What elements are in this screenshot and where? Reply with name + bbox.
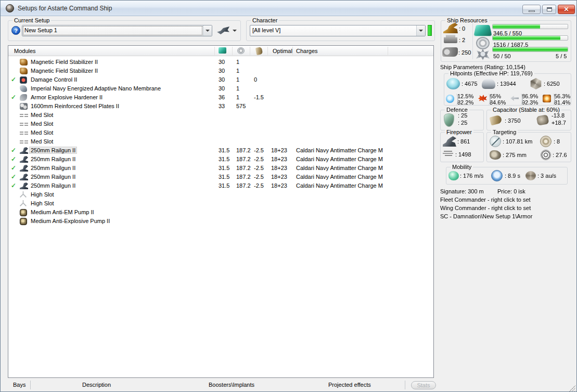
module-row[interactable]: 1600mm Reinforced Steel Plates II 33 575 <box>8 102 433 111</box>
maximize-icon <box>547 7 552 11</box>
module-row[interactable]: ✓ Damage Control II 30 1 0 <box>8 75 433 84</box>
module-optimal-value: 18+23 <box>271 156 287 162</box>
charges-column-header[interactable]: Charges <box>296 48 318 54</box>
divider <box>405 381 405 389</box>
tab-projected-effects[interactable]: Projected effects <box>328 382 371 388</box>
divider <box>214 47 215 55</box>
fleet-commander-text[interactable]: Fleet Commander - right click to set <box>440 197 531 203</box>
capacitor-column-icon[interactable] <box>255 47 263 55</box>
module-row[interactable]: Med Slot <box>8 120 433 128</box>
module-row[interactable]: ✓ 250mm Railgun II 31.5 187.2 -2.5 18+23… <box>8 173 433 181</box>
module-cpu-value: 30 <box>219 76 225 83</box>
module-icon <box>20 147 28 154</box>
scan-resolution-value: : 275 mm <box>503 152 527 158</box>
module-row[interactable]: ✓ Armor Explosive Hardener II 36 1 -1.5 <box>8 93 433 102</box>
powergrid-bar <box>492 35 568 41</box>
modules-column-header[interactable]: Modules <box>14 48 36 54</box>
module-icon <box>20 103 28 110</box>
capacitor-icon <box>489 114 502 125</box>
targeting-range-icon <box>490 136 501 147</box>
character-combobox[interactable]: [All level V] <box>250 25 426 36</box>
resist-values: 86.9%92.3% <box>522 93 538 106</box>
modules-table-header[interactable]: Modules Optimal Charges <box>8 46 433 56</box>
powergrid-column-icon[interactable] <box>237 47 245 54</box>
resist-values: 12.5%82.2% <box>457 93 473 106</box>
module-row[interactable]: ✓ 250mm Railgun II 31.5 187.2 -2.5 18+23… <box>8 164 433 173</box>
module-row[interactable]: Med Slot <box>8 137 433 146</box>
targeting-label: Targeting <box>491 129 518 135</box>
active-check-icon: ✓ <box>11 147 18 154</box>
module-charges-value: Caldari Navy Antimatter Charge M <box>296 174 383 180</box>
ship-parameters-title: Ship Parameters (Rating: 10,154) <box>440 64 525 70</box>
help-icon[interactable]: ? <box>11 26 20 35</box>
module-row[interactable]: ✓ 250mm Railgun II 31.5 187.2 -2.5 18+23… <box>8 155 433 164</box>
wing-commander-text[interactable]: Wing Commander - right click to set <box>440 205 531 211</box>
cpu-column-icon[interactable] <box>219 47 226 54</box>
close-button[interactable]: ✕ <box>558 5 575 14</box>
module-row[interactable]: Medium Anti-Explosive Pump II <box>8 217 433 226</box>
module-row[interactable]: Med Slot <box>8 128 433 137</box>
module-row[interactable]: Magnetic Field Stabilizer II 30 1 <box>8 67 433 75</box>
resize-grip[interactable] <box>569 385 575 391</box>
module-icon <box>20 156 28 163</box>
price-text: Price: 0 isk <box>497 188 525 194</box>
tab-bays[interactable]: Bays <box>13 382 25 388</box>
setup-tools-icon[interactable] <box>217 27 229 34</box>
active-check-icon: ✓ <box>11 182 18 189</box>
module-row[interactable]: ✓ 250mm Railgun II 31.5 187.2 -2.5 18+23… <box>8 181 433 190</box>
targeting-range-value: : 107.81 km <box>503 138 532 145</box>
character-label: Character <box>251 17 279 23</box>
module-row[interactable]: Imperial Navy Energized Adaptive Nano Me… <box>8 84 433 93</box>
resist-cell: 65%84.6% <box>478 93 510 106</box>
module-row[interactable]: Magnetic Field Stabilizer II 30 1 <box>8 58 433 67</box>
calibration-value: : 250 <box>458 49 471 56</box>
module-cap-value: -2.5 <box>254 165 264 171</box>
maximize-button[interactable] <box>542 5 556 14</box>
module-name: High Slot <box>30 191 55 198</box>
module-row[interactable]: Medium Anti-EM Pump II <box>8 208 433 217</box>
capacitor-capacity-value: : 3750 <box>505 117 521 124</box>
launcher-slots-value: : 2 <box>459 37 465 43</box>
setup-combobox[interactable]: New Setup 1 <box>22 25 212 36</box>
bottom-bar: Bays Description Boosters\Implants Proje… <box>1 379 576 392</box>
setup-tools-dropdown-icon[interactable] <box>233 30 237 32</box>
module-row[interactable]: High Slot <box>8 190 433 199</box>
chevron-down-icon <box>419 30 423 32</box>
app-icon <box>6 4 14 12</box>
capacitor-peak-minus: -13.8 <box>552 113 565 119</box>
character-combobox-value: [All level V] <box>250 25 416 36</box>
module-charges-value: Caldari Navy Antimatter Charge M <box>296 156 383 162</box>
resist-damage-type-icon <box>510 95 519 102</box>
armor-hp-value: : 13944 <box>497 81 516 87</box>
current-setup-label: Current Setup <box>12 17 51 23</box>
module-cap-value: 0 <box>254 76 257 83</box>
character-combobox-arrow[interactable] <box>416 25 425 36</box>
module-row[interactable]: ✓ 250mm Railgun II 31.5 187.2 -2.5 18+23… <box>8 146 433 155</box>
hitpoints-label: Hitpoints (Effective HP: 119,769) <box>448 70 534 76</box>
title-bar[interactable]: Setups for Astarte Command Ship ✕ <box>1 1 576 16</box>
tab-boosters-implants[interactable]: Boosters\Implants <box>209 382 254 388</box>
divider <box>292 47 293 55</box>
divider <box>250 47 250 55</box>
resist-damage-type-icon <box>478 95 487 102</box>
turret-slots-icon <box>443 23 458 33</box>
active-check-icon: ✓ <box>11 94 18 101</box>
minimize-button[interactable] <box>522 5 541 14</box>
module-cap-value: -2.5 <box>254 147 264 153</box>
setup-combobox-arrow[interactable] <box>203 25 212 36</box>
squad-commander-text[interactable]: SC - Damnation\New Setup 1\Armor <box>440 213 532 219</box>
optimal-column-header[interactable]: Optimal <box>273 48 292 54</box>
mobility-group: Mobility : 176 m/s : 8.9 s : 3 au/s <box>446 167 568 185</box>
module-cpu-value: 30 <box>219 68 225 74</box>
module-icon <box>20 200 27 207</box>
module-row[interactable]: High Slot <box>8 199 433 208</box>
stats-button[interactable]: Stats <box>411 381 436 389</box>
tab-description[interactable]: Description <box>82 382 111 388</box>
resist-damage-type-icon <box>543 95 551 102</box>
module-row[interactable]: Med Slot <box>8 111 433 120</box>
divider <box>30 381 31 389</box>
resist-shield-value: 86.9% <box>522 93 538 99</box>
max-targets-value: : 8 <box>554 138 560 145</box>
powergrid-bar-fill <box>493 36 560 40</box>
signature-text: Signature: 300 m <box>440 188 484 194</box>
